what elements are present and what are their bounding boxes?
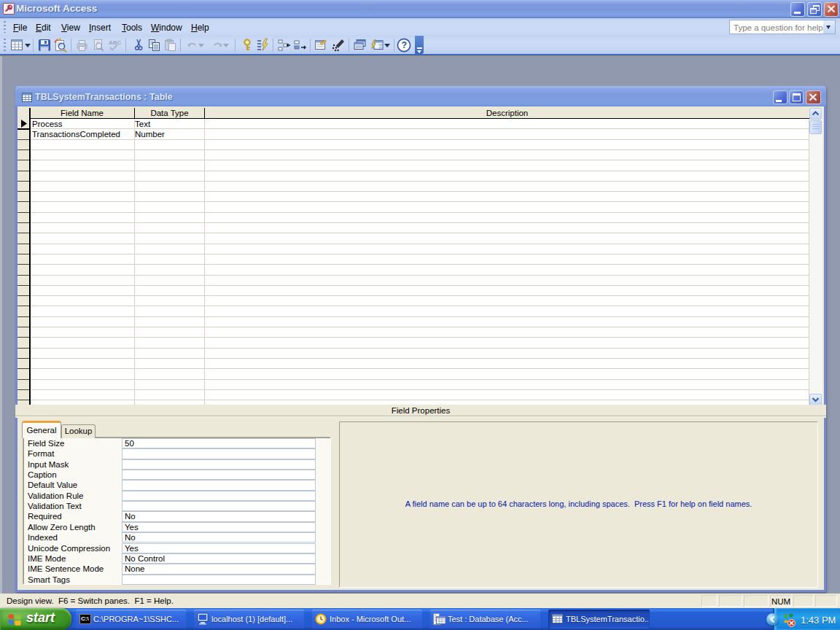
svg-text:ABC: ABC (109, 39, 122, 46)
svg-text:?: ? (401, 40, 407, 50)
